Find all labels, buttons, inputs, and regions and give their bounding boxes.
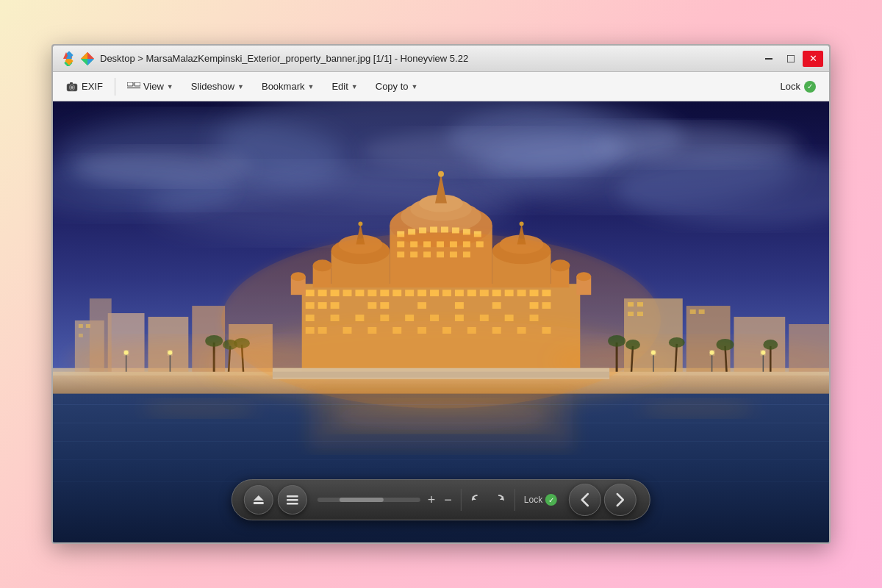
zoom-slider[interactable] xyxy=(318,498,420,502)
main-window: Desktop > MarsaMalazKempinski_Exterior_p… xyxy=(51,44,831,544)
svg-point-142 xyxy=(358,222,362,226)
toolbar-divider-1 xyxy=(461,489,462,511)
svg-rect-165 xyxy=(637,312,643,316)
separator-1 xyxy=(115,78,115,96)
svg-marker-197 xyxy=(254,495,264,501)
svg-rect-201 xyxy=(287,503,298,505)
view-chevron: ▼ xyxy=(167,83,173,90)
svg-point-57 xyxy=(168,351,172,355)
window-title: Desktop > MarsaMalazKempinski_Exterior_p… xyxy=(100,53,753,64)
toolbar-lock-check-icon: ✓ xyxy=(545,494,557,506)
svg-point-180 xyxy=(651,351,656,355)
bookmark-menu[interactable]: Bookmark ▼ xyxy=(254,78,321,95)
svg-point-147 xyxy=(520,222,524,226)
svg-rect-41 xyxy=(79,324,83,328)
slideshow-label: Slideshow xyxy=(191,81,234,92)
svg-point-17 xyxy=(71,86,74,89)
view-label: View xyxy=(143,81,164,92)
svg-point-195 xyxy=(141,400,258,417)
exif-label: EXIF xyxy=(82,81,103,92)
svg-rect-42 xyxy=(86,324,90,328)
lock-label: Lock xyxy=(781,81,800,92)
zoom-out-button[interactable]: − xyxy=(440,485,456,514)
svg-point-116 xyxy=(438,171,444,177)
minimize-button[interactable] xyxy=(759,51,779,67)
slideshow-chevron: ▼ xyxy=(237,83,244,90)
eject-button[interactable] xyxy=(244,485,273,514)
exif-button[interactable]: EXIF xyxy=(59,78,110,95)
menu-bar: EXIF View ▼ Slideshow ▼ Bookmark ▼ Edit … xyxy=(53,72,829,101)
app-icon xyxy=(59,51,74,66)
svg-marker-11 xyxy=(87,59,94,65)
view-icon xyxy=(127,82,140,91)
svg-point-30 xyxy=(75,148,251,185)
svg-rect-198 xyxy=(254,502,264,504)
next-button[interactable] xyxy=(604,484,637,516)
svg-rect-20 xyxy=(135,82,140,86)
app-icon-svg xyxy=(79,51,96,67)
copy-to-label: Copy to xyxy=(376,81,409,92)
svg-rect-164 xyxy=(628,312,634,316)
bottom-toolbar: + − xyxy=(232,479,650,520)
toolbar-divider-2 xyxy=(514,489,515,511)
title-bar: Desktop > MarsaMalazKempinski_Exterior_p… xyxy=(53,46,829,72)
svg-rect-19 xyxy=(127,82,133,86)
svg-marker-12 xyxy=(81,59,87,65)
svg-marker-9 xyxy=(87,52,94,59)
rotate-left-icon xyxy=(470,493,484,506)
slider-thumb xyxy=(340,498,384,502)
lock-check-icon: ✓ xyxy=(804,81,816,93)
slideshow-menu[interactable]: Slideshow ▼ xyxy=(184,78,251,95)
svg-point-31 xyxy=(360,130,624,174)
svg-point-32 xyxy=(595,124,800,165)
camera-icon xyxy=(66,82,78,92)
edit-chevron: ▼ xyxy=(351,83,358,90)
toolbar-lock-label: Lock xyxy=(524,495,542,505)
svg-point-196 xyxy=(639,400,756,417)
svg-rect-200 xyxy=(287,499,298,501)
maximize-button[interactable] xyxy=(781,51,801,67)
copy-to-menu[interactable]: Copy to ▼ xyxy=(368,78,426,95)
svg-rect-163 xyxy=(637,302,643,306)
zoom-in-button[interactable]: + xyxy=(423,485,440,514)
zoom-in-icon: + xyxy=(428,492,436,508)
eject-icon xyxy=(252,493,265,506)
svg-marker-10 xyxy=(81,52,87,59)
svg-rect-186 xyxy=(273,372,609,378)
bookmark-chevron: ▼ xyxy=(308,83,315,90)
bookmark-label: Bookmark xyxy=(262,81,305,92)
svg-rect-21 xyxy=(127,87,140,88)
svg-rect-14 xyxy=(787,55,795,62)
menu-button[interactable] xyxy=(278,485,307,514)
copy-to-chevron: ▼ xyxy=(412,83,418,90)
edit-menu[interactable]: Edit ▼ xyxy=(324,78,365,95)
prev-button[interactable] xyxy=(569,484,601,516)
image-area: + − xyxy=(53,101,829,542)
image-display xyxy=(53,101,829,542)
svg-rect-162 xyxy=(628,302,634,306)
hamburger-icon xyxy=(287,495,298,505)
rotate-left-button[interactable] xyxy=(466,485,488,514)
svg-point-55 xyxy=(124,351,129,355)
toolbar-lock[interactable]: Lock ✓ xyxy=(520,494,562,506)
close-button[interactable]: ✕ xyxy=(803,51,823,67)
edit-label: Edit xyxy=(331,81,348,92)
svg-point-182 xyxy=(710,351,714,355)
svg-rect-18 xyxy=(70,82,73,85)
svg-rect-122 xyxy=(452,227,459,233)
prev-icon xyxy=(581,492,589,507)
rotate-right-icon xyxy=(492,493,506,506)
svg-rect-199 xyxy=(287,495,298,498)
svg-rect-166 xyxy=(690,309,696,314)
rotate-right-button[interactable] xyxy=(488,485,510,514)
svg-rect-121 xyxy=(441,226,448,232)
svg-rect-43 xyxy=(79,334,83,337)
svg-point-184 xyxy=(761,351,765,355)
lock-button[interactable]: Lock ✓ xyxy=(773,78,823,96)
next-icon xyxy=(616,492,625,507)
zoom-out-icon: − xyxy=(444,492,452,508)
view-menu[interactable]: View ▼ xyxy=(120,78,181,95)
svg-point-194 xyxy=(331,401,551,431)
svg-rect-119 xyxy=(419,227,426,233)
svg-rect-120 xyxy=(430,226,437,232)
